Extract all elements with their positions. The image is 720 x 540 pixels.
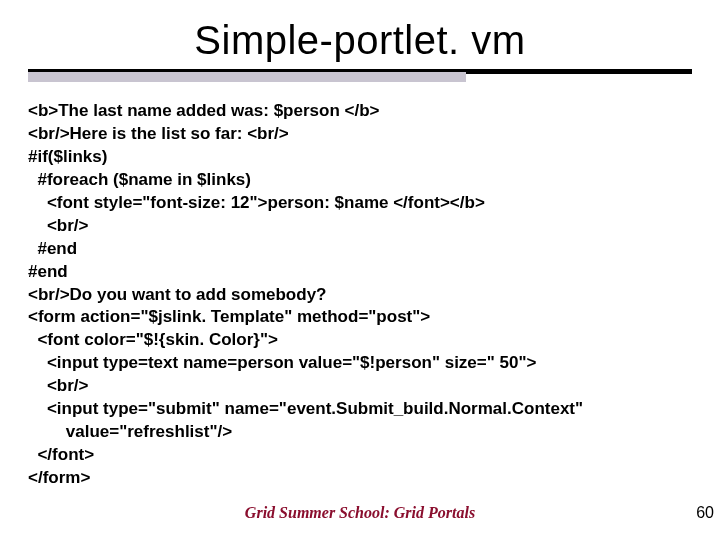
title-area: Simple-portlet. vm	[0, 0, 720, 63]
slide-title: Simple-portlet. vm	[0, 18, 720, 63]
page-number: 60	[696, 504, 714, 522]
footer-text: Grid Summer School: Grid Portals	[0, 504, 720, 522]
rule-shadow	[28, 72, 466, 82]
code-content: <b>The last name added was: $person </b>…	[28, 100, 692, 490]
title-underline	[28, 69, 692, 82]
